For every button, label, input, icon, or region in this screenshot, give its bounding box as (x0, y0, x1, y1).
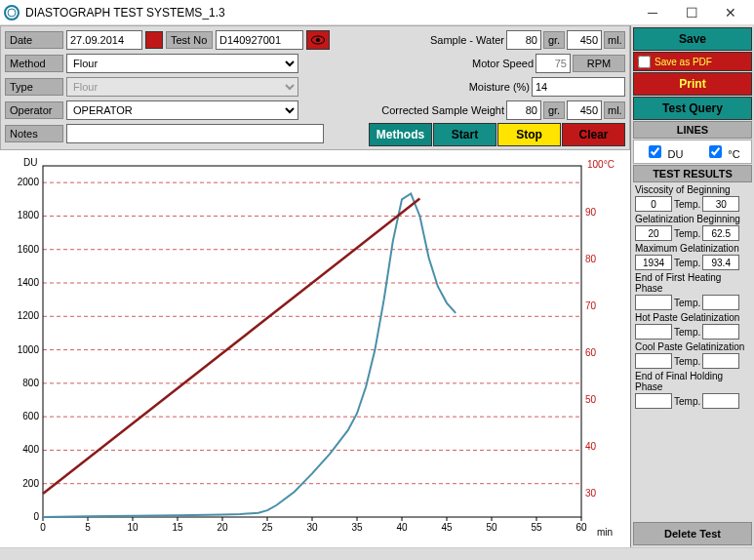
unit-ml: ml. (604, 31, 625, 49)
svg-text:2000: 2000 (18, 177, 40, 187)
method-label: Method (5, 55, 63, 72)
type-select: Flour (66, 77, 298, 97)
print-button[interactable]: Print (633, 72, 752, 96)
svg-text:30: 30 (306, 522, 318, 533)
temp-label: Temp. (674, 327, 700, 338)
svg-text:1400: 1400 (18, 277, 40, 288)
motor-label: Motor Speed (436, 58, 534, 69)
lines-header: LINES (633, 121, 752, 139)
svg-text:DU: DU (23, 157, 37, 168)
chart-svg: 0200400600800100012001400160018002000051… (4, 154, 620, 543)
save-pdf-checkbox[interactable]: Save as PDF (633, 52, 752, 71)
motor-input (536, 54, 571, 73)
svg-point-0 (8, 9, 16, 17)
temp-label: Temp. (674, 199, 700, 210)
svg-text:min: min (597, 527, 613, 538)
testno-input[interactable] (216, 30, 303, 50)
result-value-input[interactable] (635, 255, 672, 270)
date-label: Date (5, 31, 63, 49)
operator-label: Operator (5, 101, 63, 119)
notes-label: Notes (5, 125, 63, 142)
rpm-unit: RPM (573, 55, 625, 72)
svg-text:400: 400 (22, 444, 39, 455)
result-value-input[interactable] (635, 295, 672, 310)
svg-text:10: 10 (127, 522, 139, 533)
unit-ml2: ml. (604, 101, 625, 119)
svg-text:40: 40 (396, 522, 408, 533)
date-input[interactable] (66, 30, 142, 50)
svg-text:70: 70 (585, 300, 597, 311)
type-label: Type (5, 78, 63, 96)
clear-button[interactable]: Clear (562, 123, 625, 146)
result-value-input[interactable] (635, 324, 672, 340)
result-value-input[interactable] (635, 353, 672, 369)
svg-text:55: 55 (531, 522, 542, 533)
save-button[interactable]: Save (633, 27, 752, 51)
method-select[interactable]: Flour (66, 54, 298, 73)
sample-ml-input[interactable] (567, 30, 602, 50)
celsius-checkbox[interactable]: °C (705, 142, 739, 161)
testno-label: Test No (166, 31, 213, 49)
svg-text:50: 50 (486, 522, 497, 533)
view-icon[interactable] (306, 30, 330, 50)
delete-test-button[interactable]: Delete Test (633, 522, 752, 545)
corrected-label: Corrected Sample Weight (370, 104, 504, 116)
svg-text:1800: 1800 (18, 210, 40, 220)
temp-label: Temp. (674, 228, 700, 239)
methods-button[interactable]: Methods (369, 123, 432, 146)
result-label: Cool Paste Gelatinization (635, 341, 750, 352)
result-value-input[interactable] (635, 196, 672, 212)
start-button[interactable]: Start (433, 123, 496, 146)
svg-text:1600: 1600 (18, 244, 40, 255)
svg-text:60: 60 (575, 522, 587, 533)
result-temp-input[interactable] (702, 196, 739, 212)
operator-select[interactable]: OPERATOR (66, 100, 298, 120)
svg-text:200: 200 (22, 478, 39, 489)
svg-text:40: 40 (585, 441, 597, 452)
svg-text:5: 5 (85, 522, 91, 533)
chart-area: 0200400600800100012001400160018002000051… (0, 150, 630, 547)
result-temp-input[interactable] (702, 295, 739, 310)
svg-text:90: 90 (585, 207, 597, 218)
result-temp-input[interactable] (702, 393, 739, 409)
maximize-button[interactable]: ☐ (672, 1, 711, 24)
svg-text:60: 60 (585, 347, 597, 358)
svg-text:80: 80 (585, 254, 597, 264)
svg-text:30: 30 (585, 488, 597, 499)
result-value-input[interactable] (635, 225, 672, 241)
temp-label: Temp. (674, 396, 700, 407)
result-temp-input[interactable] (702, 353, 739, 369)
minimize-button[interactable]: ─ (633, 1, 672, 24)
save-pdf-check[interactable] (638, 56, 651, 68)
result-label: Hot Paste Gelatinization (635, 312, 750, 323)
test-query-button[interactable]: Test Query (633, 97, 752, 120)
close-button[interactable]: ✕ (711, 1, 750, 24)
window-title: DIASTOGRAPH TEST SYSTEMS_1.3 (25, 6, 633, 20)
unit-gr: gr. (543, 31, 565, 49)
svg-text:50: 50 (585, 394, 597, 405)
temp-label: Temp. (674, 298, 700, 308)
stop-button[interactable]: Stop (497, 123, 561, 146)
corrected-ml-input[interactable] (567, 100, 602, 120)
notes-input[interactable] (66, 124, 324, 143)
svg-text:45: 45 (441, 522, 453, 533)
svg-point-2 (316, 38, 320, 42)
result-label: Maximum Gelatinization (635, 243, 750, 254)
result-temp-input[interactable] (702, 225, 739, 241)
corrected-gr-input[interactable] (506, 100, 541, 120)
svg-text:15: 15 (172, 522, 183, 533)
color-indicator[interactable] (145, 31, 163, 49)
result-temp-input[interactable] (702, 324, 739, 340)
result-temp-input[interactable] (702, 255, 739, 270)
result-label: Viscosity of Beginning (635, 184, 750, 195)
sample-gr-input[interactable] (506, 30, 541, 50)
sample-water-label: Sample - Water (407, 34, 504, 46)
result-value-input[interactable] (635, 393, 672, 409)
moisture-input[interactable] (532, 77, 625, 97)
svg-text:800: 800 (22, 378, 39, 388)
unit-gr2: gr. (543, 101, 565, 119)
app-icon (4, 5, 20, 20)
du-checkbox[interactable]: DU (645, 142, 683, 161)
result-label: Gelatinization Beginning (635, 214, 750, 224)
result-label: End of Final Holding Phase (635, 371, 750, 392)
